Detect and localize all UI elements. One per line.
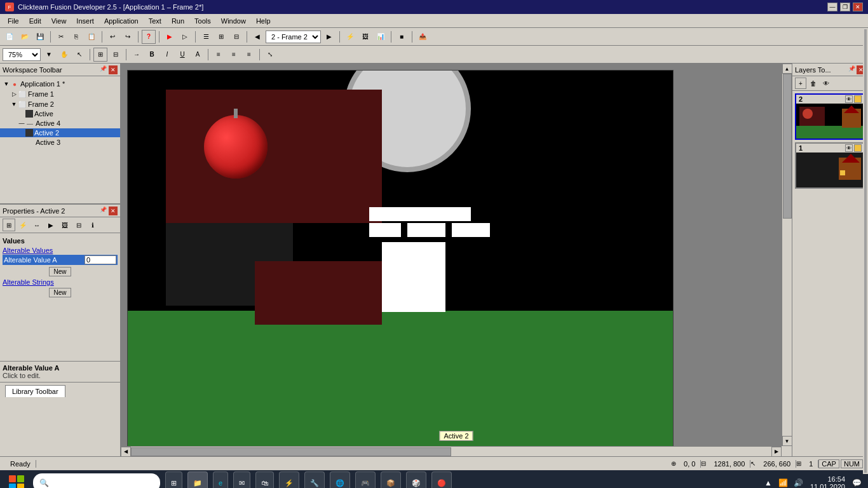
zoom-dropdown-btn[interactable]: ▼ bbox=[42, 48, 56, 62]
tray-icon-1[interactable]: ▲ bbox=[762, 477, 775, 488]
tree-item-active2[interactable]: Active 2 bbox=[0, 128, 120, 137]
menu-tools[interactable]: Tools bbox=[189, 16, 216, 26]
undo-button[interactable]: ↩ bbox=[105, 30, 119, 44]
menu-application[interactable]: Application bbox=[99, 16, 144, 26]
props-btn-5[interactable]: 🖼 bbox=[58, 219, 71, 231]
taskbar-app5[interactable]: 📦 bbox=[381, 471, 401, 488]
frame-view-button[interactable]: ⊞ bbox=[214, 30, 228, 44]
menu-file[interactable]: File bbox=[3, 16, 24, 26]
h-scroll-thumb[interactable] bbox=[131, 447, 451, 456]
bold-button[interactable]: B bbox=[145, 48, 159, 62]
layers-scroll-thumb[interactable] bbox=[864, 29, 867, 473]
props-btn-6[interactable]: ⊟ bbox=[72, 219, 85, 231]
tree-item-application[interactable]: ▼ ● Application 1 * bbox=[0, 79, 120, 89]
workspace-pin-button[interactable]: 📌 bbox=[100, 65, 107, 73]
tree-item-active3[interactable]: Active 3 bbox=[0, 137, 120, 147]
menu-help[interactable]: Help bbox=[251, 16, 276, 26]
start-button[interactable] bbox=[5, 471, 28, 488]
menu-insert[interactable]: Insert bbox=[71, 16, 99, 26]
expand-frame1[interactable]: ▷ bbox=[10, 90, 18, 98]
props-btn-7[interactable]: ℹ bbox=[86, 219, 99, 231]
object-list-button[interactable]: ⊟ bbox=[229, 30, 243, 44]
stop-button[interactable]: ■ bbox=[395, 30, 409, 44]
taskbar-mail[interactable]: ✉ bbox=[233, 471, 250, 488]
scroll-down-button[interactable]: ▼ bbox=[782, 436, 792, 446]
alterable-value-a-input[interactable] bbox=[85, 255, 116, 264]
nav-prev-button[interactable]: ◀ bbox=[250, 30, 264, 44]
notification-button[interactable]: 💬 bbox=[850, 477, 863, 488]
taskbar-app7[interactable]: 🔴 bbox=[431, 471, 452, 488]
taskbar-app2[interactable]: 🔧 bbox=[304, 471, 325, 488]
alterable-values-label[interactable]: Alterable Values bbox=[3, 247, 53, 254]
zoom-selector[interactable]: 75% bbox=[3, 48, 41, 61]
open-button[interactable]: 📂 bbox=[18, 30, 32, 44]
task-view-button[interactable]: ⊞ bbox=[165, 471, 182, 488]
scroll-up-button[interactable]: ▲ bbox=[782, 64, 792, 74]
close-button[interactable]: ✕ bbox=[853, 3, 863, 11]
new-button-1[interactable]: New bbox=[49, 267, 71, 276]
props-btn-3[interactable]: ↔ bbox=[31, 219, 43, 231]
frame-list-button[interactable]: ☰ bbox=[199, 30, 213, 44]
scroll-right-button[interactable]: ▶ bbox=[771, 447, 782, 457]
new-button-2[interactable]: New bbox=[49, 288, 71, 297]
play-frame-button[interactable]: ▷ bbox=[178, 30, 192, 44]
taskbar-app1[interactable]: ⚡ bbox=[279, 471, 299, 488]
color-button[interactable]: A bbox=[191, 48, 205, 62]
properties-close-button[interactable]: ✕ bbox=[109, 207, 118, 215]
menu-view[interactable]: View bbox=[46, 16, 72, 26]
new-button[interactable]: 📄 bbox=[3, 30, 17, 44]
resize-button[interactable]: ⤡ bbox=[263, 48, 277, 62]
workspace-close-button[interactable]: ✕ bbox=[109, 65, 118, 74]
frame-selector[interactable]: 2 - Frame 2 bbox=[266, 30, 321, 43]
layers-pin-button[interactable]: 📌 bbox=[848, 65, 855, 74]
paste-button[interactable]: 📋 bbox=[85, 30, 98, 44]
align-center-button[interactable]: ≡ bbox=[227, 48, 241, 62]
expand-app[interactable]: ▼ bbox=[3, 80, 10, 88]
snap-button[interactable]: ⊟ bbox=[109, 48, 123, 62]
underline-button[interactable]: U bbox=[175, 48, 189, 62]
properties-pin-button[interactable]: 📌 bbox=[100, 207, 107, 214]
tree-item-active[interactable]: Active bbox=[0, 109, 120, 118]
italic-button[interactable]: I bbox=[160, 48, 174, 62]
layer-1-item[interactable]: 1 👁 bbox=[795, 142, 865, 189]
layer-2-eye-button[interactable]: 👁 bbox=[845, 95, 853, 103]
props-btn-4[interactable]: ▶ bbox=[44, 219, 57, 231]
taskbar-app6[interactable]: 🎲 bbox=[406, 471, 426, 488]
align-right-button[interactable]: ≡ bbox=[242, 48, 256, 62]
event-btn[interactable]: ⚡ bbox=[343, 30, 357, 44]
scroll-left-button[interactable]: ◀ bbox=[121, 447, 131, 457]
nav-next-button[interactable]: ▶ bbox=[322, 30, 336, 44]
copy-button[interactable]: ⎘ bbox=[69, 30, 83, 44]
align-left-button[interactable]: ≡ bbox=[212, 48, 226, 62]
system-clock[interactable]: 16:54 11.01.2020 bbox=[810, 475, 845, 488]
layer-2-item[interactable]: 2 👁 bbox=[795, 93, 865, 140]
frame-btn[interactable]: 🖼 bbox=[358, 30, 372, 44]
menu-run[interactable]: Run bbox=[166, 16, 189, 26]
taskbar-app4[interactable]: 🎮 bbox=[355, 471, 376, 488]
menu-edit[interactable]: Edit bbox=[24, 16, 46, 26]
layer-1-eye-button[interactable]: 👁 bbox=[845, 144, 853, 152]
help-button[interactable]: ? bbox=[142, 30, 156, 44]
menu-window[interactable]: Window bbox=[216, 16, 251, 26]
tree-item-frame2[interactable]: ▼ ⬜ Frame 2 bbox=[0, 99, 120, 109]
cut-button[interactable]: ✂ bbox=[54, 30, 68, 44]
layers-delete-button[interactable]: 🗑 bbox=[808, 78, 819, 89]
layer-1-lock[interactable] bbox=[854, 144, 862, 152]
library-tab[interactable]: Library Toolbar bbox=[5, 385, 65, 397]
arrow-tool[interactable]: → bbox=[130, 48, 144, 62]
taskbar-edge[interactable]: e bbox=[213, 471, 228, 488]
minimize-button[interactable]: — bbox=[827, 3, 837, 11]
v-scroll-thumb[interactable] bbox=[783, 74, 792, 219]
props-btn-2[interactable]: ⚡ bbox=[17, 219, 29, 231]
menu-text[interactable]: Text bbox=[144, 16, 166, 26]
restore-button[interactable]: ❐ bbox=[840, 3, 850, 11]
taskbar-store[interactable]: 🛍 bbox=[255, 471, 274, 488]
tree-item-frame1[interactable]: ▷ ⬜ Frame 1 bbox=[0, 89, 120, 99]
taskbar-app3[interactable]: 🌐 bbox=[330, 471, 350, 488]
grid-button[interactable]: ⊞ bbox=[93, 48, 107, 62]
hand-tool[interactable]: ✋ bbox=[57, 48, 71, 62]
save-button[interactable]: 💾 bbox=[33, 30, 47, 44]
tree-item-active4[interactable]: — — Active 4 bbox=[0, 118, 120, 128]
layer-2-lock[interactable] bbox=[854, 95, 862, 103]
taskbar-search[interactable]: 🔍 bbox=[33, 473, 160, 488]
